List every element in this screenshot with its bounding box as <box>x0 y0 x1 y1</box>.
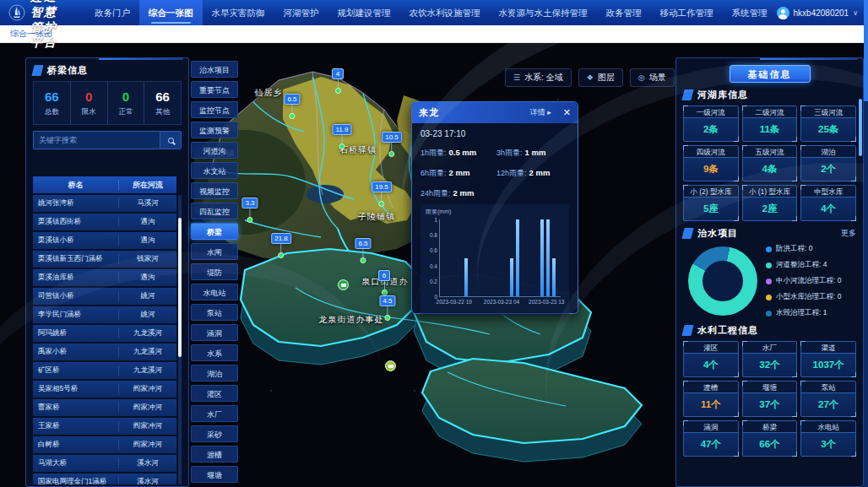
water-level-marker[interactable]: 4.5 <box>379 295 395 321</box>
bridge-stat: 0正常 <box>107 82 144 124</box>
layer-menu-item-19[interactable]: 渡槽 <box>191 446 238 463</box>
table-row[interactable]: 栗溪镇小桥遇沟 <box>33 232 176 249</box>
nav-tab-9[interactable]: 系统管理 <box>723 0 777 25</box>
layer-menu-item-2[interactable]: 监控节点 <box>191 101 238 118</box>
search-button[interactable] <box>160 131 182 149</box>
table-row[interactable]: 吴家相5号桥阎家冲河 <box>33 381 176 398</box>
bridge-stat: 0限水 <box>70 82 107 124</box>
nav-tab-8[interactable]: 移动工作管理 <box>651 0 723 25</box>
rain-stat: 6h雨量:2 mm <box>420 164 493 179</box>
panel-scrollbar[interactable] <box>859 99 862 156</box>
layer-menu-item-16[interactable]: 灌区 <box>191 385 238 402</box>
close-icon[interactable]: ✕ <box>563 107 571 118</box>
water-level-marker[interactable]: 21.8 <box>271 233 291 258</box>
water-level-marker[interactable]: 11.9 <box>333 124 352 149</box>
chart-plot-area: 00.20.40.60.81 <box>439 219 561 297</box>
nav-tab-7[interactable]: 政务管理 <box>597 0 651 25</box>
page-scrollbar[interactable] <box>864 0 868 487</box>
water-level-marker[interactable]: 6.5 <box>284 94 300 119</box>
layer-menu-item-1[interactable]: 重要节点 <box>191 81 238 98</box>
camera-icon[interactable] <box>338 279 349 290</box>
map-canvas[interactable]: 仙居乡栗溪镇石桥驿镇子陵铺镇泉口街道办龙泉街道办事处 46.511.910.51… <box>0 43 868 487</box>
layer-menu-item-15[interactable]: 湖泊 <box>191 365 238 381</box>
table-row[interactable]: 禹家小桥九龙溪河 <box>33 344 176 360</box>
water-level-marker[interactable]: 3.3 <box>241 198 258 223</box>
table-row[interactable]: 阿玛姚桥九龙溪河 <box>33 325 176 342</box>
table-row[interactable]: 马湖大桥溪水河 <box>33 455 176 472</box>
layer-menu-item-4[interactable]: 河道沟 <box>191 142 238 159</box>
table-row[interactable]: 国家电网理金门1涵桥溪水河 <box>33 473 176 484</box>
layer-menu-item-18[interactable]: 采砂 <box>191 425 238 442</box>
info-card: 三级河流25条 <box>800 106 856 142</box>
rain-bar <box>552 258 556 297</box>
section-notch-icon <box>31 65 43 76</box>
table-row[interactable]: 曹家桥阎家冲河 <box>33 399 176 416</box>
layer-menu-item-8[interactable]: 桥梁 <box>191 223 238 240</box>
popup-details-link[interactable]: 详情 ▸ <box>530 107 551 118</box>
layer-menu-item-13[interactable]: 涵洞 <box>191 324 238 341</box>
table-row[interactable]: 矿区桥九龙溪河 <box>33 362 176 379</box>
table-row[interactable]: 王家桥阎家冲河 <box>33 418 176 435</box>
basic-info-button[interactable]: 基础信息 <box>730 65 811 83</box>
nav-tab-5[interactable]: 农饮水利设施管理 <box>400 0 490 25</box>
table-row[interactable]: 栗溪镇新玉西门涵桥钱家河 <box>33 251 176 268</box>
list-icon: ☰ <box>513 73 520 82</box>
main-nav: 政务门户综合一张图水旱灾害防御河湖管护规划建设管理农饮水利设施管理水资源与水土保… <box>85 0 777 25</box>
map-control-1[interactable]: ❖图层 <box>578 68 623 87</box>
layer-menu-item-17[interactable]: 水厂 <box>191 405 238 422</box>
water-level-marker[interactable]: 10.5 <box>382 132 402 157</box>
water-level-marker[interactable]: 6.5 <box>355 238 371 263</box>
layer-menu-item-3[interactable]: 监测预警 <box>191 122 238 138</box>
info-card: 湖泊2个 <box>800 145 856 181</box>
scrollbar-thumb[interactable] <box>178 218 182 357</box>
username: hkxb42080201 <box>794 8 849 18</box>
scrollbar-thumb[interactable] <box>864 0 868 101</box>
layer-menu: 治水项目重要节点监控节点监测预警河道沟水文站视频监控四乱监控桥梁水闸堤防水电站泵… <box>191 61 238 487</box>
nav-tab-3[interactable]: 河湖管护 <box>274 0 328 25</box>
water-level-marker[interactable]: 4 <box>332 68 344 94</box>
table-row[interactable]: 姚河张湾桥马溪河 <box>33 195 176 212</box>
table-row[interactable]: 栗溪油库桥遇沟 <box>33 269 176 286</box>
nav-tab-6[interactable]: 水资源与水土保持管理 <box>490 0 597 25</box>
table-row[interactable]: 白树桥阎家冲河 <box>33 436 176 453</box>
layer-menu-item-0[interactable]: 治水项目 <box>191 61 238 78</box>
rain-stat: 1h雨量:0.5 mm <box>420 143 493 159</box>
layer-menu-item-10[interactable]: 堤防 <box>191 263 238 280</box>
section-notch-icon <box>681 89 693 100</box>
facility-cards: 灌区4个水厂32个渠道1037个渡槽11个堰塘37个泵站27个涵洞47个桥梁66… <box>683 341 856 457</box>
layer-menu-item-20[interactable]: 堰塘 <box>191 466 238 483</box>
layer-menu-item-12[interactable]: 泵站 <box>191 304 238 321</box>
nav-tab-0[interactable]: 政务门户 <box>85 0 139 25</box>
table-row[interactable]: 司营镇小桥姚河 <box>33 288 176 305</box>
water-level-marker[interactable]: 6 <box>378 270 390 295</box>
nav-tab-1[interactable]: 综合一张图 <box>139 0 203 25</box>
table-row[interactable]: 李学民门涵桥姚河 <box>33 306 176 323</box>
nav-tab-2[interactable]: 水旱灾害防御 <box>203 0 274 25</box>
layer-menu-item-11[interactable]: 水电站 <box>191 284 238 300</box>
donut-legend: 防洪工程: 0河道整治工程: 4中小河流治理工程: 0小型水库治理工程: 0水毁… <box>766 244 841 318</box>
layer-menu-item-5[interactable]: 水文站 <box>191 162 238 179</box>
user-menu[interactable]: hkxb42080201 ∨ <box>777 7 858 19</box>
camera-icon[interactable] <box>385 360 396 371</box>
layer-menu-item-9[interactable]: 水闸 <box>191 243 238 260</box>
section-notch-icon <box>681 228 693 239</box>
table-scrollbar[interactable] <box>178 195 182 484</box>
search-input[interactable] <box>33 131 160 149</box>
water-level-marker[interactable]: 19.5 <box>372 181 392 207</box>
search-icon <box>168 138 174 143</box>
nav-tab-4[interactable]: 规划建设管理 <box>328 0 400 25</box>
legend-item: 小型水库治理工程: 0 <box>766 292 841 302</box>
layer-menu-item-7[interactable]: 四乱监控 <box>191 203 238 219</box>
more-link[interactable]: 更多 <box>841 228 856 239</box>
station-popup: 来龙 详情 ▸ ✕ 03-23 17:10 1h雨量:0.5 mm3h雨量:1 … <box>411 101 578 314</box>
layer-menu-item-6[interactable]: 视频监控 <box>191 182 238 199</box>
table-row[interactable]: 栗溪镇西街桥遇沟 <box>33 214 176 230</box>
layer-menu-item-14[interactable]: 水系 <box>191 344 238 361</box>
map-control-2[interactable]: ◎场景 <box>630 68 675 87</box>
map-control-0[interactable]: ☰水系: 全域 <box>505 68 572 87</box>
facilities-section: 水利工程信息 灌区4个水厂32个渠道1037个渡槽11个堰塘37个泵站27个涵洞… <box>676 324 863 457</box>
info-card: 水电站3个 <box>800 420 856 457</box>
info-card: 水厂32个 <box>742 341 798 377</box>
bridge-table: 桥名 所在河流 姚河张湾桥马溪河栗溪镇西街桥遇沟栗溪镇小桥遇沟栗溪镇新玉西门涵桥… <box>33 176 182 484</box>
section-title: 治水项目 <box>697 227 738 240</box>
